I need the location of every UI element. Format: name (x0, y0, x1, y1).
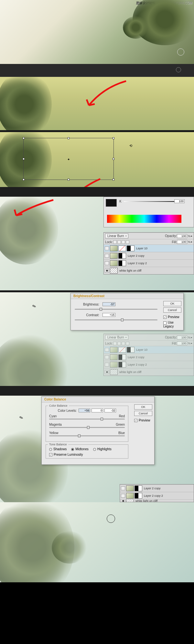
layer-row[interactable]: Layer 2 copy 2 (120, 492, 194, 499)
color-level-1-input[interactable] (79, 409, 90, 412)
midtones-radio[interactable] (71, 448, 74, 451)
dialog-title: Color Balance (42, 397, 154, 402)
color-levels-label: Color Levels: (58, 409, 77, 412)
preview-checkbox[interactable] (134, 419, 137, 422)
legacy-checkbox[interactable] (163, 321, 167, 325)
shadows-label: Shadows (53, 447, 67, 451)
lock-all-icon[interactable] (126, 240, 129, 244)
highlights-radio[interactable] (93, 448, 96, 451)
preview-label: Preview (168, 315, 179, 319)
opacity-input[interactable] (177, 234, 187, 238)
layer-name: Layer 2 copy (128, 254, 145, 257)
step-image-1: 思缘设计论坛WWW.MISSYUAN.COM (0, 0, 194, 64)
green-label: Green (116, 423, 125, 426)
brightness-input[interactable] (102, 302, 115, 306)
preserve-luminosity-label: Preserve Luminosity (54, 453, 83, 456)
magenta-label: Magenta (49, 423, 62, 426)
layer-name: Layer 10 (136, 247, 147, 250)
layers-panel-partial[interactable]: Layer 2 copy Layer 2 copy 2 white light … (120, 484, 194, 502)
layer-row[interactable]: Layer 10 (104, 346, 194, 353)
lock-transparent-icon[interactable] (113, 240, 117, 244)
shadows-radio[interactable] (49, 448, 52, 451)
free-transform[interactable]: ✦ (23, 138, 114, 180)
dialog-title: Brightness/Contrast (71, 293, 183, 299)
contrast-input[interactable] (102, 313, 115, 317)
highlights-label: Highlights (97, 447, 112, 451)
brush-cursor (107, 514, 115, 523)
cyan-label: Cyan (49, 414, 57, 418)
cancel-button[interactable]: Cancel (134, 411, 152, 416)
brightness-label: Brightness: (75, 303, 99, 306)
lock-pixels-icon[interactable] (117, 240, 121, 244)
step-image-7 (0, 502, 194, 582)
color-k-input[interactable] (174, 199, 185, 203)
fill-label: Fill: (172, 240, 177, 244)
color-level-3-input[interactable] (104, 409, 116, 412)
step-image-6: ✎ Color Balance Color Balance Color Leve… (0, 396, 194, 502)
layer-row[interactable]: Layer 2 copy (120, 484, 194, 492)
layer-name: white light on cliff (119, 269, 141, 272)
opacity-label: Opacity: (165, 234, 177, 238)
annotation-arrow-2 (61, 177, 103, 187)
visibility-toggle[interactable] (105, 254, 109, 258)
brush-cursor (177, 48, 184, 56)
step-image-5: ✎ Brightness/Contrast Brightness: Contra… (0, 292, 194, 386)
preview-label: Preview (139, 419, 150, 422)
layer-row[interactable]: Layer 2 copy (104, 252, 194, 259)
layer-row[interactable]: Layer 2 copy (104, 353, 194, 361)
red-label: Red (119, 414, 125, 418)
tone-balance-label: Tone Balance (48, 443, 68, 446)
foreground-swatch[interactable] (106, 199, 117, 207)
eyedropper-cursor-icon: ✎ (19, 414, 24, 421)
color-spectrum[interactable] (107, 215, 181, 223)
visibility-toggle[interactable] (105, 269, 109, 273)
fill-input[interactable] (177, 240, 187, 244)
midtones-label: Midtones (75, 447, 89, 451)
layer-row[interactable]: Layer 2 copy 2 (104, 259, 194, 267)
annotation-arrow (84, 79, 129, 112)
annotation-arrow-3 (11, 200, 57, 226)
k-label: K (119, 200, 122, 203)
step-image-2 (0, 77, 194, 130)
ok-button[interactable]: OK (163, 301, 181, 306)
blend-mode-dropdown[interactable]: Linear Burn▾ (105, 234, 128, 238)
layer-name: Layer 2 copy 2 (128, 262, 147, 265)
layer-row[interactable]: Layer 10 (104, 244, 194, 252)
visibility-toggle[interactable] (105, 261, 109, 265)
step-image-4: K Linear Burn▾ Opacity: %▸ Lock: Fill: %… (0, 197, 194, 290)
eyedropper-cursor-icon: ✎ (32, 303, 37, 309)
layer-row[interactable]: Layer 2 copy 2 (104, 361, 194, 368)
preserve-luminosity-checkbox[interactable] (49, 453, 52, 456)
lock-position-icon[interactable] (122, 240, 125, 244)
dark-gap (0, 64, 194, 77)
layer-row[interactable]: white light on cliff (104, 267, 194, 274)
rotate-cursor-icon: ⟲ (129, 144, 132, 148)
visibility-toggle[interactable] (105, 246, 109, 250)
blue-label: Blue (118, 431, 125, 435)
layers-panel[interactable]: Linear Burn▾ Opacity: %▸ Lock: Fill: %▸ … (103, 232, 194, 275)
color-level-2-input[interactable] (92, 409, 103, 412)
color-balance-dialog[interactable]: Color Balance Color Balance Color Levels… (41, 396, 155, 465)
cancel-button[interactable]: Cancel (163, 307, 181, 313)
layer-row[interactable]: white light on cliff (104, 368, 194, 376)
lock-label: Lock: (105, 240, 113, 244)
preview-checkbox[interactable] (163, 316, 167, 319)
contrast-label: Contrast: (75, 313, 99, 317)
brightness-contrast-dialog[interactable]: Brightness/Contrast Brightness: Contrast… (70, 293, 184, 330)
group-label: Color Balance (48, 404, 69, 407)
yellow-label: Yellow (49, 431, 59, 435)
step-image-3: ✦ ⟲ (0, 132, 194, 187)
layers-panel: Linear Burn▾ Opacity: %▸ Lock: Fill: %▸ … (103, 334, 194, 376)
layer-row[interactable]: white light on cliff (120, 499, 194, 502)
color-panel[interactable]: K (103, 197, 194, 227)
ok-button[interactable]: OK (134, 404, 152, 410)
